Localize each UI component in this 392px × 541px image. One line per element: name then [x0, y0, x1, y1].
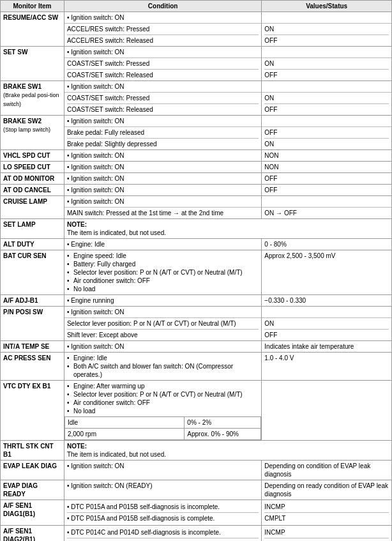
value-cell: −0.330 - 0.330 — [262, 295, 392, 307]
monitor-name: AT OD CANCEL — [3, 187, 51, 194]
monitor-name: SET LAMP — [3, 221, 36, 228]
condition-cell: • Ignition switch: ON COAST/SET switch: … — [64, 47, 261, 81]
condition-item: COAST/SET switch: Pressed — [67, 58, 259, 69]
note-cell: NOTE: The item is indicated, but not use… — [64, 441, 391, 461]
condition-bullet: •Engine: After warming up — [67, 382, 259, 390]
monitor-cell: BRAKE SW2 (Stop lamp switch) — [1, 116, 64, 150]
condition-bullet: •No load — [67, 285, 259, 293]
monitor-sub: (Brake pedal posi-tion switch) — [3, 92, 59, 107]
monitor-cell: BAT CUR SEN — [1, 250, 64, 295]
condition-cell: • Ignition switch: ON Brake pedal: Fully… — [64, 116, 261, 150]
monitor-name: A/F ADJ-B1 — [3, 297, 38, 304]
condition-cell: • Ignition switch: ON — [64, 185, 261, 196]
value-cell: ONOFF — [262, 47, 392, 81]
monitor-name: LO SPEED CUT — [3, 164, 50, 171]
values-wrapper: OFFON — [262, 126, 391, 149]
value-cell: ONOFF — [262, 12, 392, 47]
monitor-name: A/F SEN1 DIAG1(B1) — [3, 502, 35, 517]
value-item: ON — [264, 93, 389, 103]
monitor-name: EVAP DIAG READY — [3, 482, 38, 498]
condition-item: • DTC P015A and P015B self-diagnosis is … — [67, 512, 259, 524]
monitor-cell: A/F ADJ-B1 — [1, 295, 64, 307]
monitor-name: BRAKE SW2 — [3, 118, 41, 125]
monitor-cell: SET SW — [1, 47, 64, 81]
value-item: ON — [264, 318, 389, 329]
value-cell: NON — [262, 162, 392, 173]
condition-single: • Ignition switch: ON — [67, 462, 259, 470]
monitor-cell: BRAKE SW1 (Brake pedal posi-tion switch) — [1, 81, 64, 116]
monitor-cell: EVAP LEAK DIAG — [1, 461, 64, 480]
monitor-name: AC PRESS SEN — [3, 354, 50, 362]
value-item: OFF — [264, 69, 389, 80]
table-row: A/F SEN1 DIAG2(B1) • DTC P014C and P014D… — [1, 526, 392, 542]
monitor-name: INT/A TEMP SE — [3, 343, 49, 350]
monitor-cell: A/F SEN1 DIAG1(B1) — [1, 500, 64, 526]
monitor-name: A/F SEN1 DIAG2(B1) — [3, 528, 35, 541]
condition-single: • Ignition switch: ON — [64, 196, 261, 207]
header-value: Values/Status — [262, 1, 392, 12]
values-wrapper: ONOFF — [262, 92, 391, 115]
table-row: ALT DUTY • Engine: Idle 0 - 80% — [1, 239, 392, 250]
conditions-wrapper: Brake pedal: Fully releasedBrake pedal: … — [64, 126, 261, 149]
value-cell: 1.0 - 4.0 V — [262, 353, 392, 381]
condition-item: Brake pedal: Slightly depressed — [67, 138, 259, 149]
condition-item: ACCEL/RES switch: Pressed — [67, 24, 259, 34]
table-row: A/F SEN1 DIAG1(B1) • DTC P015A and P015B… — [1, 500, 392, 526]
monitor-name: ALT DUTY — [3, 241, 34, 248]
table-row: P/N POSI SW • Ignition switch: ON Select… — [1, 307, 392, 341]
monitor-cell: SET LAMP — [1, 219, 64, 239]
monitor-name: VHCL SPD CUT — [3, 152, 50, 159]
condition-single: • Ignition switch: ON — [67, 174, 259, 183]
condition-cell: • DTC P015A and P015B self-diagnosis is … — [64, 500, 261, 526]
condition-cell: • Ignition switch: ON Selector lever pos… — [64, 307, 261, 341]
monitor-cell: RESUME/ACC SW — [1, 12, 64, 47]
monitor-cell: AC PRESS SEN — [1, 353, 64, 381]
table-row: INT/A TEMP SE • Ignition switch: ON Indi… — [1, 341, 392, 353]
condition-item: Shift lever: Except above — [67, 329, 259, 340]
table-row: AC PRESS SEN •Engine: Idle•Both A/C swit… — [1, 353, 392, 381]
table-row: RESUME/ACC SW • Ignition switch: ON ACCE… — [1, 12, 392, 47]
condition-cell: • Ignition switch: ON COAST/SET switch: … — [64, 81, 261, 116]
values-wrapper: ONOFF — [262, 57, 391, 80]
condition-bullet: •Both A/C switch and blower fan switch: … — [67, 362, 259, 379]
table-row: LO SPEED CUT • Ignition switch: ON NON — [1, 162, 392, 173]
table-row: AT OD MONITOR • Ignition switch: ON OFF — [1, 173, 392, 185]
condition-item: Selector lever position: P or N (A/T or … — [67, 318, 259, 329]
monitor-name: BAT CUR SEN — [3, 252, 47, 259]
value-item: OFF — [264, 329, 389, 340]
conditions-wrapper: COAST/SET switch: PressedCOAST/SET switc… — [64, 92, 261, 115]
value-cell: INCMPCMPLT — [262, 526, 392, 542]
table-row: A/F ADJ-B1 • Engine running −0.330 - 0.3… — [1, 295, 392, 307]
value-cell: 0 - 80% — [262, 239, 392, 250]
value-item: ON — [264, 24, 389, 34]
condition-item: ACCEL/RES switch: Released — [67, 34, 259, 46]
value-cell: Approx 2,500 - 3,500 mV — [262, 250, 392, 295]
table-row: AT OD CANCEL • Ignition switch: ON OFF — [1, 185, 392, 196]
conditions-wrapper: ACCEL/RES switch: PressedACCEL/RES switc… — [64, 23, 261, 46]
monitor-name: P/N POSI SW — [3, 309, 43, 316]
sub-value: Approx. 0% - 90% — [185, 429, 261, 440]
condition-cell: • Ignition switch: ON — [64, 162, 261, 173]
condition-single-wrapper: • Ignition switch: ON — [64, 12, 261, 23]
condition-single: • Ignition switch: ON — [67, 163, 259, 171]
condition-cell: • Ignition switch: ON MAIN switch: Press… — [64, 196, 261, 219]
monitor-name: AT OD MONITOR — [3, 175, 54, 182]
table-row: BRAKE SW1 (Brake pedal posi-tion switch)… — [1, 81, 392, 116]
monitor-cell: P/N POSI SW — [1, 307, 64, 341]
condition-single: • Ignition switch: ON (READY) — [67, 482, 259, 490]
value-cell: INCMPCMPLT — [262, 500, 392, 526]
condition-item: • DTC P014C and P014D self-diagnosis is … — [67, 527, 259, 538]
monitor-cell: VTC DTY EX B1 — [1, 381, 64, 441]
condition-cell: • Ignition switch: ON (READY) — [64, 480, 261, 500]
condition-item: COAST/SET switch: Released — [67, 103, 259, 115]
header-condition: Condition — [64, 1, 261, 12]
condition-cell: • Ignition switch: ON — [64, 150, 261, 162]
monitor-cell: LO SPEED CUT — [1, 162, 64, 173]
table-row: SET LAMP NOTE: The item is indicated, bu… — [1, 219, 392, 239]
condition-single-wrapper: • Ignition switch: ON — [64, 81, 261, 92]
monitor-name: RESUME/ACC SW — [3, 14, 58, 21]
condition-item: Brake pedal: Fully released — [67, 127, 259, 138]
table-row: VHCL SPD CUT • Ignition switch: ON NON — [1, 150, 392, 162]
value-item: ON — [264, 138, 389, 149]
condition-bullet: •Engine speed: Idle — [67, 252, 259, 260]
